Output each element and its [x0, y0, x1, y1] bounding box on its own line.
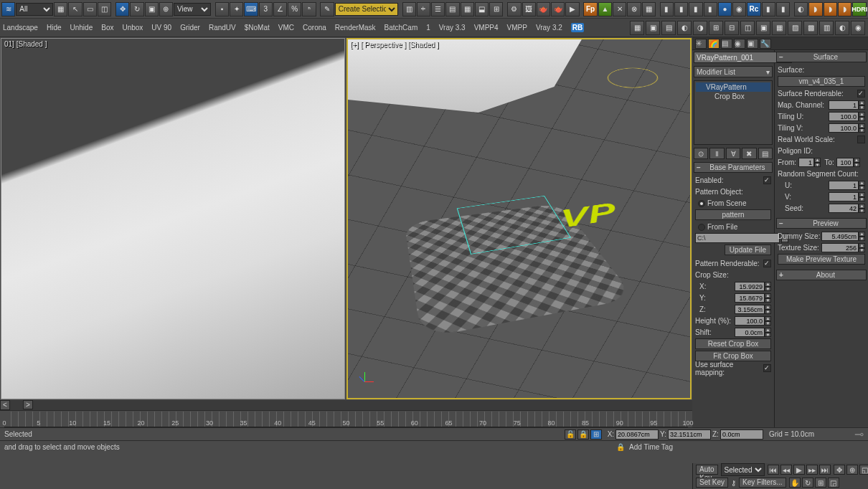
- select-rect-icon[interactable]: ▭: [83, 2, 97, 16]
- make-preview-button[interactable]: Make Preview Texture: [778, 254, 865, 265]
- nav5-icon[interactable]: ✋: [789, 478, 801, 488]
- select-obj-icon[interactable]: ↖: [68, 2, 82, 16]
- crop-box-gizmo[interactable]: [456, 196, 570, 255]
- m1-icon[interactable]: ▮: [660, 2, 674, 16]
- pattern-pick-button[interactable]: pattern: [695, 209, 771, 220]
- surface-renderable-checkbox[interactable]: [857, 90, 865, 98]
- from-scene-radio[interactable]: [698, 200, 705, 207]
- show-result-icon[interactable]: Ⅱ: [709, 148, 724, 159]
- to-spinner[interactable]: ▲▼: [836, 158, 860, 167]
- vp-right-arrow[interactable]: >: [23, 400, 33, 409]
- x2-icon[interactable]: ⊗: [627, 2, 641, 16]
- sr11-icon[interactable]: ▨: [788, 21, 802, 35]
- snap-percent-icon[interactable]: %: [288, 2, 301, 16]
- tiling-v-spinner[interactable]: ▲▼: [829, 123, 865, 133]
- layer-explorer-icon[interactable]: ▤: [445, 2, 459, 16]
- render-icon[interactable]: ▶: [565, 2, 579, 16]
- select-icon[interactable]: ▦: [54, 2, 67, 16]
- enabled-checkbox[interactable]: [763, 176, 771, 184]
- texture-size-spinner[interactable]: ▲▼: [821, 243, 865, 252]
- logo-icon[interactable]: ≋: [1, 2, 15, 16]
- display-tab-icon[interactable]: ▣: [747, 39, 758, 49]
- update-file-button[interactable]: Update File: [725, 244, 771, 255]
- base-parameters-header[interactable]: Base Parameters: [694, 162, 773, 173]
- schematic-icon[interactable]: ▦: [461, 2, 474, 16]
- m4-icon[interactable]: ▮: [704, 2, 717, 16]
- auto-key-button[interactable]: Auto Key: [696, 465, 718, 475]
- m6-icon[interactable]: ▮: [776, 2, 790, 16]
- shelf-hide[interactable]: Hide: [47, 24, 62, 32]
- camera-gizmo[interactable]: [605, 68, 660, 88]
- set-key-button[interactable]: Set Key: [696, 478, 728, 488]
- snap-2d-icon[interactable]: 3: [259, 2, 273, 16]
- viewport-perspective-label[interactable]: [+] [ Perspective ] [Shaded ]: [351, 41, 439, 49]
- create-tab-icon[interactable]: ✳: [695, 39, 707, 49]
- sr12-icon[interactable]: ▩: [803, 21, 818, 35]
- from-file-radio[interactable]: [698, 224, 705, 231]
- matlib-icon[interactable]: ⊞: [489, 2, 503, 16]
- render-setup-icon[interactable]: ⚙: [507, 2, 521, 16]
- shelf-corona[interactable]: Corona: [303, 24, 326, 32]
- move-icon[interactable]: ✥: [115, 2, 129, 16]
- from-spinner[interactable]: ▲▼: [798, 158, 821, 167]
- surface-header[interactable]: Surface: [776, 52, 867, 62]
- nav2-icon[interactable]: ⊕: [846, 465, 858, 475]
- named-selection-select[interactable]: Create Selection Se: [335, 3, 398, 16]
- pattern-renderable-checkbox[interactable]: [763, 260, 771, 267]
- vp-left-arrow[interactable]: <: [0, 400, 10, 410]
- dish1-icon[interactable]: ◗: [808, 2, 822, 16]
- nav7-icon[interactable]: ⊞: [815, 478, 826, 488]
- sr5-icon[interactable]: ◑: [693, 21, 707, 35]
- snap-angle-icon[interactable]: ∠: [273, 2, 287, 16]
- rand-v-spinner[interactable]: ▲▼: [829, 192, 865, 201]
- mirror-icon[interactable]: ▥: [402, 2, 416, 16]
- modifier-stack[interactable]: VRayPattern Crop Box: [694, 80, 773, 145]
- shelf-1[interactable]: 1: [426, 24, 430, 32]
- stack-cropbox[interactable]: Crop Box: [696, 92, 770, 101]
- modifier-list-dropdown[interactable]: Modifier List: [694, 66, 773, 77]
- play-icon[interactable]: ▶: [793, 465, 805, 475]
- selection-filter-select[interactable]: All: [16, 3, 53, 16]
- goto-end-icon[interactable]: ⏭: [819, 465, 831, 475]
- lock-tag-icon[interactable]: 🔒: [616, 443, 625, 451]
- teapot1-icon[interactable]: 🫖: [537, 2, 550, 16]
- abs-rel-icon[interactable]: ⊞: [590, 429, 602, 440]
- real-world-checkbox[interactable]: [857, 136, 865, 143]
- shelf-vmpp[interactable]: VMPP: [507, 24, 527, 32]
- timeline[interactable]: 0510152025303540455055606570758085909510…: [0, 410, 692, 427]
- sr14-icon[interactable]: ◐: [835, 21, 849, 35]
- goto-start-icon[interactable]: ⏮: [768, 465, 779, 475]
- m3-icon[interactable]: ▮: [689, 2, 702, 16]
- hdri-icon[interactable]: HDRI: [852, 2, 867, 16]
- use-surface-checkbox[interactable]: [763, 364, 771, 372]
- crop-z-spinner[interactable]: ▲▼: [735, 305, 771, 314]
- crop-x-spinner[interactable]: ▲▼: [735, 282, 771, 291]
- select-window-icon[interactable]: ◫: [98, 2, 111, 16]
- fp-icon[interactable]: Fp: [583, 2, 597, 16]
- shift-spinner[interactable]: ▲▼: [735, 328, 771, 337]
- ref-coord-select[interactable]: View: [174, 3, 211, 16]
- sr15-icon[interactable]: ◉: [851, 21, 865, 35]
- map-channel-spinner[interactable]: ▲▼: [829, 100, 865, 110]
- height-spinner[interactable]: ▲▼: [735, 316, 771, 326]
- motion-tab-icon[interactable]: ◉: [734, 39, 745, 49]
- about-header[interactable]: About: [776, 270, 867, 280]
- shelf-vray32[interactable]: Vray 3.2: [536, 24, 562, 32]
- sr1-icon[interactable]: ▦: [630, 21, 644, 35]
- add-time-tag[interactable]: Add Time Tag: [629, 443, 673, 451]
- sr10-icon[interactable]: ▦: [772, 21, 786, 35]
- shelf-vmc[interactable]: VMC: [278, 24, 294, 32]
- align-icon[interactable]: ⫩: [417, 2, 430, 16]
- shelf-rendermask[interactable]: RenderMask: [335, 24, 376, 32]
- dish2-icon[interactable]: ◗: [824, 2, 837, 16]
- nav3-icon[interactable]: ◱: [859, 465, 868, 475]
- prev-frame-icon[interactable]: ◂◂: [780, 465, 792, 475]
- pattern-file-field[interactable]: [695, 233, 780, 243]
- shelf-grider[interactable]: Grider: [180, 24, 200, 32]
- manip-icon[interactable]: ✦: [230, 2, 243, 16]
- rendered-frame-icon[interactable]: 🖼: [522, 2, 536, 16]
- sphere2-icon[interactable]: ◉: [732, 2, 746, 16]
- m2-icon[interactable]: ▮: [674, 2, 688, 16]
- sr9-icon[interactable]: ▣: [756, 21, 770, 35]
- spinner-snap-icon[interactable]: ⁿ: [302, 2, 316, 16]
